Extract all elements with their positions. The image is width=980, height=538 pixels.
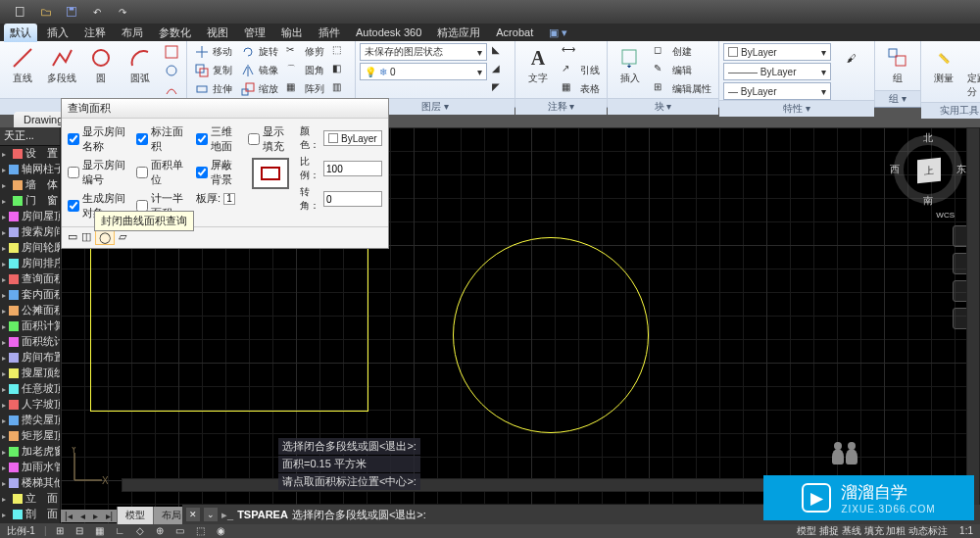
menu-item[interactable]: 默认: [4, 24, 37, 42]
status-toggle-icon[interactable]: ◇: [133, 525, 147, 536]
draw-tool-icon[interactable]: [161, 62, 182, 79]
menu-item[interactable]: 管理: [238, 24, 271, 42]
tab-nav-first-icon[interactable]: |◂: [61, 510, 76, 522]
arc-button[interactable]: 圆弧: [122, 43, 159, 88]
menu-item[interactable]: 插入: [41, 24, 74, 42]
palette-item[interactable]: ▸任意坡顶: [0, 381, 60, 397]
scale-button[interactable]: 缩放: [237, 80, 281, 98]
chk-3d-floor[interactable]: 三维地面: [196, 124, 240, 154]
cmd-opts-icon[interactable]: ⌄: [204, 508, 218, 521]
menu-item[interactable]: 输出: [275, 24, 309, 42]
thickness-input[interactable]: [223, 193, 235, 205]
linetype-select[interactable]: ——— ByLayer▾: [723, 63, 831, 80]
scale-label[interactable]: 比例-1: [4, 524, 38, 538]
cmd-close-icon[interactable]: ✕: [186, 508, 200, 521]
layer-tool-icon[interactable]: ◤: [489, 80, 511, 98]
menu-more-icon[interactable]: ▣ ▾: [543, 24, 573, 41]
scrollbar-vertical[interactable]: [966, 127, 980, 523]
line-button[interactable]: 直线: [4, 43, 41, 88]
chk-show-num[interactable]: 显示房间编号: [68, 158, 128, 187]
qat-redo-icon[interactable]: ↷: [112, 2, 133, 22]
trim-button[interactable]: ✂修剪: [283, 43, 327, 61]
mod-tool-icon[interactable]: ◧: [329, 62, 351, 79]
zoom-ratio[interactable]: 1:1: [956, 525, 976, 536]
circle-button[interactable]: 圆: [82, 43, 120, 88]
tab-nav-next-icon[interactable]: ▸: [89, 510, 102, 522]
chk-show-name[interactable]: 显示房间名称: [68, 124, 128, 154]
palette-item[interactable]: ▸面积计算: [0, 318, 60, 334]
polyline-button[interactable]: 多段线: [43, 43, 80, 88]
qat-undo-icon[interactable]: ↶: [86, 2, 108, 22]
model-tab[interactable]: 模型: [117, 507, 153, 524]
move-button[interactable]: 移动: [191, 43, 235, 61]
divide-button[interactable]: ⟊定距等分: [964, 43, 980, 102]
palette-item[interactable]: ▸搜索房间: [0, 224, 60, 240]
tab-nav-last-icon[interactable]: ▸|: [102, 510, 118, 522]
mod-tool-icon[interactable]: ⬚: [329, 43, 351, 61]
menu-item[interactable]: 精选应用: [431, 24, 486, 42]
color-select[interactable]: ByLayer▾: [723, 43, 831, 61]
group-button[interactable]: 组: [879, 43, 916, 88]
chk-label-area[interactable]: 标注面积: [136, 124, 188, 154]
palette-item[interactable]: ▸房间排序: [0, 256, 60, 271]
ratio-input[interactable]: [323, 161, 382, 176]
lineweight-select[interactable]: — ByLayer▾: [723, 82, 831, 100]
draw-tool-icon[interactable]: [161, 43, 182, 61]
text-button[interactable]: A文字: [519, 43, 557, 88]
rectangle-shape[interactable]: [90, 245, 368, 412]
palette-item[interactable]: ▸立 面: [0, 491, 60, 507]
array-button[interactable]: ▦阵列: [283, 80, 327, 98]
circle-shape[interactable]: [453, 237, 649, 433]
rotate-button[interactable]: 旋转: [237, 43, 281, 61]
leader-button[interactable]: ↗引线: [559, 62, 603, 79]
match-prop-button[interactable]: 🖌: [833, 43, 870, 73]
table-button[interactable]: ▦表格: [559, 80, 603, 98]
stretch-button[interactable]: 拉伸: [191, 80, 235, 98]
qat-new-icon[interactable]: [10, 2, 31, 22]
status-toggle-icon[interactable]: ⊞: [53, 525, 67, 536]
chk-hide-bg[interactable]: 屏蔽背景: [196, 158, 240, 187]
palette-item[interactable]: ▸轴网柱子: [0, 162, 60, 177]
layer-tool-icon[interactable]: ◣: [489, 43, 511, 61]
palette-item[interactable]: ▸门 窗: [0, 193, 60, 209]
dlg-tool-icon[interactable]: ▱: [119, 230, 126, 245]
menu-item[interactable]: 注释: [78, 24, 112, 42]
palette-item[interactable]: ▸墙 体: [0, 177, 60, 193]
measure-button[interactable]: 📏测量: [925, 43, 962, 88]
palette-item[interactable]: ▸攒尖屋顶: [0, 413, 60, 428]
block-create-button[interactable]: ◻创建: [651, 43, 714, 61]
palette-item[interactable]: ▸楼梯其他: [0, 475, 60, 491]
status-toggle-icon[interactable]: ⊟: [73, 525, 86, 536]
block-attr-button[interactable]: ⊞编辑属性: [651, 80, 714, 98]
copy-button[interactable]: 复制: [191, 62, 235, 79]
block-edit-button[interactable]: ✎编辑: [651, 62, 714, 79]
palette-item[interactable]: ▸面积统计: [0, 334, 60, 350]
chk-area-unit[interactable]: 面积单位: [136, 158, 188, 187]
palette-item[interactable]: ▸搜屋顶线: [0, 366, 60, 381]
insert-button[interactable]: 插入: [612, 43, 649, 88]
palette-item[interactable]: ▸加雨水管: [0, 460, 60, 475]
palette-item[interactable]: ▸公摊面积: [0, 303, 60, 318]
palette-item[interactable]: ▸房间轮廓: [0, 240, 60, 256]
status-toggle-icon[interactable]: ▭: [172, 525, 187, 536]
qat-save-icon[interactable]: [61, 2, 82, 22]
menu-item[interactable]: Autodesk 360: [350, 24, 427, 40]
palette-item[interactable]: ▸套内面积: [0, 287, 60, 303]
palette-item[interactable]: ▸查询面积: [0, 271, 60, 287]
qat-open-icon[interactable]: [35, 2, 57, 22]
status-toggle-icon[interactable]: ∟: [113, 525, 128, 536]
palette-item[interactable]: ▸房间布置: [0, 350, 60, 366]
menu-item[interactable]: 插件: [313, 24, 346, 42]
layer-state-select[interactable]: 未保存的图层状态▾: [360, 43, 487, 61]
status-toggle-icon[interactable]: ⊕: [153, 525, 167, 536]
draw-tool-icon[interactable]: [161, 80, 182, 98]
status-toggle-icon[interactable]: ⬚: [193, 525, 208, 536]
palette-item[interactable]: ▸加老虎窗: [0, 444, 60, 460]
palette-item[interactable]: ▸剖 面: [0, 507, 60, 522]
menu-item[interactable]: 布局: [116, 24, 149, 42]
mirror-button[interactable]: 镜像: [237, 62, 281, 79]
dlg-color-select[interactable]: ByLayer: [323, 130, 382, 146]
status-toggle-icon[interactable]: ▦: [92, 525, 107, 536]
tab-nav-prev-icon[interactable]: ◂: [76, 510, 89, 522]
fillet-button[interactable]: ⌒圆角: [283, 62, 327, 79]
